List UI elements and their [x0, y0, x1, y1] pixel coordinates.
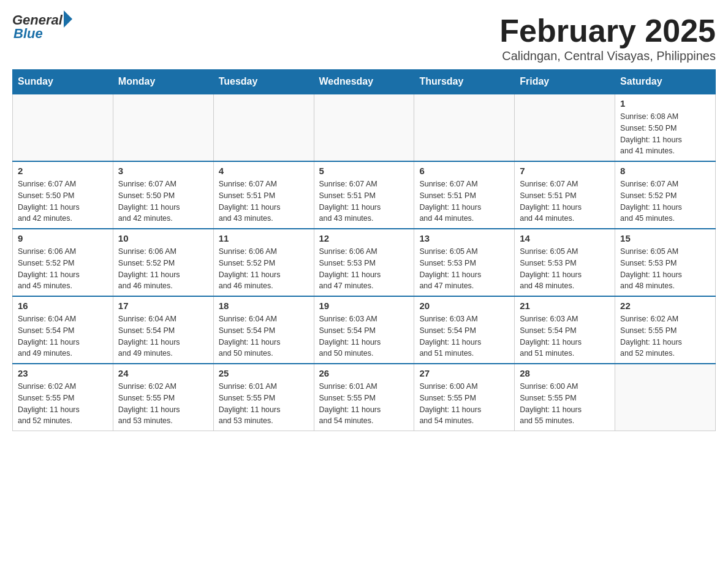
calendar-cell: 23Sunrise: 6:02 AM Sunset: 5:55 PM Dayli… [13, 364, 113, 431]
calendar-week-row: 23Sunrise: 6:02 AM Sunset: 5:55 PM Dayli… [13, 364, 716, 431]
calendar-table: SundayMondayTuesdayWednesdayThursdayFrid… [12, 69, 716, 431]
day-info: Sunrise: 6:00 AM Sunset: 5:55 PM Dayligh… [419, 381, 509, 427]
day-info: Sunrise: 6:05 AM Sunset: 5:53 PM Dayligh… [620, 246, 710, 292]
calendar-cell: 2Sunrise: 6:07 AM Sunset: 5:50 PM Daylig… [13, 161, 113, 229]
month-title: February 2025 [499, 12, 716, 49]
logo-blue-text: Blue [13, 26, 43, 42]
calendar-cell [515, 94, 615, 161]
day-info: Sunrise: 6:03 AM Sunset: 5:54 PM Dayligh… [419, 313, 509, 359]
calendar-cell: 28Sunrise: 6:00 AM Sunset: 5:55 PM Dayli… [515, 364, 615, 431]
day-info: Sunrise: 6:04 AM Sunset: 5:54 PM Dayligh… [18, 313, 108, 359]
calendar-cell: 27Sunrise: 6:00 AM Sunset: 5:55 PM Dayli… [414, 364, 515, 431]
day-of-week-header: Tuesday [213, 70, 314, 94]
day-info: Sunrise: 6:02 AM Sunset: 5:55 PM Dayligh… [118, 381, 208, 427]
day-number: 5 [319, 166, 409, 176]
calendar-cell: 14Sunrise: 6:05 AM Sunset: 5:53 PM Dayli… [515, 229, 615, 296]
calendar-body: 1Sunrise: 6:08 AM Sunset: 5:50 PM Daylig… [13, 94, 716, 431]
day-info: Sunrise: 6:04 AM Sunset: 5:54 PM Dayligh… [219, 313, 309, 359]
day-info: Sunrise: 6:05 AM Sunset: 5:53 PM Dayligh… [520, 246, 610, 292]
calendar-cell: 26Sunrise: 6:01 AM Sunset: 5:55 PM Dayli… [314, 364, 414, 431]
day-number: 13 [419, 233, 509, 243]
day-number: 8 [620, 166, 710, 176]
title-area: February 2025 Calidngan, Central Visayas… [499, 12, 716, 63]
day-number: 11 [219, 233, 309, 243]
day-number: 1 [620, 98, 710, 109]
day-number: 21 [520, 301, 610, 311]
calendar-cell: 13Sunrise: 6:05 AM Sunset: 5:53 PM Dayli… [414, 229, 515, 296]
day-number: 15 [620, 233, 710, 243]
calendar-cell: 16Sunrise: 6:04 AM Sunset: 5:54 PM Dayli… [13, 296, 113, 364]
day-number: 14 [520, 233, 610, 243]
day-info: Sunrise: 6:06 AM Sunset: 5:53 PM Dayligh… [319, 246, 409, 292]
calendar-cell: 6Sunrise: 6:07 AM Sunset: 5:51 PM Daylig… [414, 161, 515, 229]
calendar-week-row: 2Sunrise: 6:07 AM Sunset: 5:50 PM Daylig… [13, 161, 716, 229]
calendar-cell: 12Sunrise: 6:06 AM Sunset: 5:53 PM Dayli… [314, 229, 414, 296]
calendar-cell [414, 94, 515, 161]
calendar-cell [314, 94, 414, 161]
day-number: 27 [419, 368, 509, 378]
calendar-cell: 8Sunrise: 6:07 AM Sunset: 5:52 PM Daylig… [615, 161, 716, 229]
day-number: 12 [319, 233, 409, 243]
day-info: Sunrise: 6:06 AM Sunset: 5:52 PM Dayligh… [219, 246, 309, 292]
day-number: 28 [520, 368, 610, 378]
day-number: 9 [18, 233, 108, 243]
day-info: Sunrise: 6:05 AM Sunset: 5:53 PM Dayligh… [419, 246, 509, 292]
calendar-cell: 1Sunrise: 6:08 AM Sunset: 5:50 PM Daylig… [615, 94, 716, 161]
calendar-cell: 17Sunrise: 6:04 AM Sunset: 5:54 PM Dayli… [113, 296, 213, 364]
day-number: 25 [219, 368, 309, 378]
day-number: 26 [319, 368, 409, 378]
calendar-cell [615, 364, 716, 431]
calendar-cell: 21Sunrise: 6:03 AM Sunset: 5:54 PM Dayli… [515, 296, 615, 364]
day-number: 17 [118, 301, 208, 311]
day-number: 19 [319, 301, 409, 311]
calendar-cell: 7Sunrise: 6:07 AM Sunset: 5:51 PM Daylig… [515, 161, 615, 229]
day-number: 23 [18, 368, 108, 378]
calendar-week-row: 1Sunrise: 6:08 AM Sunset: 5:50 PM Daylig… [13, 94, 716, 161]
day-info: Sunrise: 6:06 AM Sunset: 5:52 PM Dayligh… [18, 246, 108, 292]
day-number: 24 [118, 368, 208, 378]
day-info: Sunrise: 6:04 AM Sunset: 5:54 PM Dayligh… [118, 313, 208, 359]
day-number: 10 [118, 233, 208, 243]
day-of-week-header: Saturday [615, 70, 716, 94]
calendar-cell [113, 94, 213, 161]
day-of-week-header: Monday [113, 70, 213, 94]
calendar-week-row: 16Sunrise: 6:04 AM Sunset: 5:54 PM Dayli… [13, 296, 716, 364]
day-info: Sunrise: 6:07 AM Sunset: 5:51 PM Dayligh… [419, 178, 509, 224]
calendar-week-row: 9Sunrise: 6:06 AM Sunset: 5:52 PM Daylig… [13, 229, 716, 296]
calendar-cell: 15Sunrise: 6:05 AM Sunset: 5:53 PM Dayli… [615, 229, 716, 296]
day-of-week-header: Thursday [414, 70, 515, 94]
page-header: General Blue February 2025 Calidngan, Ce… [12, 12, 716, 63]
day-info: Sunrise: 6:01 AM Sunset: 5:55 PM Dayligh… [319, 381, 409, 427]
day-number: 22 [620, 301, 710, 311]
day-of-week-header: Wednesday [314, 70, 414, 94]
day-info: Sunrise: 6:07 AM Sunset: 5:52 PM Dayligh… [620, 178, 710, 224]
calendar-cell: 10Sunrise: 6:06 AM Sunset: 5:52 PM Dayli… [113, 229, 213, 296]
day-info: Sunrise: 6:08 AM Sunset: 5:50 PM Dayligh… [620, 111, 710, 157]
day-info: Sunrise: 6:00 AM Sunset: 5:55 PM Dayligh… [520, 381, 610, 427]
day-number: 4 [219, 166, 309, 176]
calendar-cell: 9Sunrise: 6:06 AM Sunset: 5:52 PM Daylig… [13, 229, 113, 296]
day-info: Sunrise: 6:06 AM Sunset: 5:52 PM Dayligh… [118, 246, 208, 292]
day-info: Sunrise: 6:01 AM Sunset: 5:55 PM Dayligh… [219, 381, 309, 427]
day-number: 18 [219, 301, 309, 311]
day-number: 7 [520, 166, 610, 176]
calendar-cell: 25Sunrise: 6:01 AM Sunset: 5:55 PM Dayli… [213, 364, 314, 431]
calendar-cell [13, 94, 113, 161]
calendar-cell [213, 94, 314, 161]
calendar-cell: 19Sunrise: 6:03 AM Sunset: 5:54 PM Dayli… [314, 296, 414, 364]
day-info: Sunrise: 6:03 AM Sunset: 5:54 PM Dayligh… [319, 313, 409, 359]
day-info: Sunrise: 6:02 AM Sunset: 5:55 PM Dayligh… [620, 313, 710, 359]
calendar-cell: 11Sunrise: 6:06 AM Sunset: 5:52 PM Dayli… [213, 229, 314, 296]
days-of-week-row: SundayMondayTuesdayWednesdayThursdayFrid… [13, 70, 716, 94]
day-info: Sunrise: 6:07 AM Sunset: 5:50 PM Dayligh… [118, 178, 208, 224]
calendar-cell: 24Sunrise: 6:02 AM Sunset: 5:55 PM Dayli… [113, 364, 213, 431]
day-info: Sunrise: 6:07 AM Sunset: 5:51 PM Dayligh… [219, 178, 309, 224]
day-of-week-header: Sunday [13, 70, 113, 94]
day-number: 16 [18, 301, 108, 311]
day-number: 6 [419, 166, 509, 176]
day-info: Sunrise: 6:07 AM Sunset: 5:51 PM Dayligh… [319, 178, 409, 224]
calendar-header: SundayMondayTuesdayWednesdayThursdayFrid… [13, 70, 716, 94]
day-of-week-header: Friday [515, 70, 615, 94]
logo-arrow-icon [64, 10, 72, 28]
calendar-cell: 4Sunrise: 6:07 AM Sunset: 5:51 PM Daylig… [213, 161, 314, 229]
